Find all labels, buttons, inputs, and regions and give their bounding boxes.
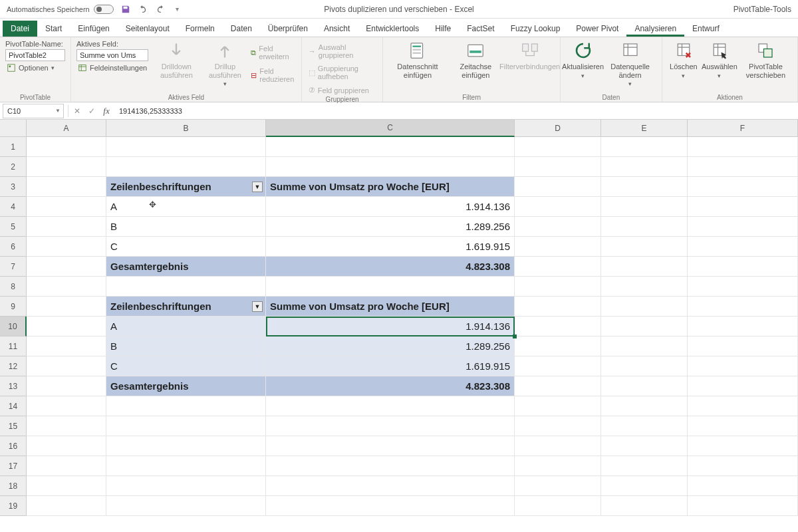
enter-icon[interactable]: ✓	[84, 104, 99, 118]
cell[interactable]	[601, 157, 688, 177]
cell[interactable]	[266, 137, 515, 157]
cell[interactable]	[601, 277, 688, 297]
insert-function-button[interactable]: fx	[99, 104, 114, 118]
cell[interactable]	[515, 257, 601, 277]
group-field-button[interactable]: ⑦ Feld gruppieren	[307, 85, 378, 95]
cell[interactable]	[106, 396, 266, 416]
select-all-cell[interactable]	[0, 120, 27, 137]
pivot-header-rowlabels[interactable]: Zeilenbeschriftungen▼	[106, 177, 266, 197]
cell[interactable]	[106, 476, 266, 496]
pivot-row-label[interactable]: A	[106, 317, 266, 336]
row-header[interactable]: 3	[0, 177, 27, 197]
row-header[interactable]: 4	[0, 197, 27, 217]
cell[interactable]	[266, 416, 515, 436]
pivot-row-label[interactable]: C	[106, 237, 266, 257]
cell[interactable]	[688, 396, 798, 416]
cell[interactable]	[515, 436, 601, 456]
cell[interactable]	[688, 297, 798, 317]
pivot-total-label[interactable]: Gesamtergebnis	[106, 257, 266, 277]
pivot-value-active[interactable]: 1.914.136	[266, 317, 515, 336]
cell[interactable]	[601, 336, 688, 356]
cell[interactable]	[27, 297, 106, 317]
cell[interactable]	[688, 257, 798, 277]
cell[interactable]	[515, 317, 601, 336]
fill-handle[interactable]	[513, 334, 517, 338]
cell[interactable]	[688, 137, 798, 157]
row-header[interactable]: 9	[0, 297, 27, 317]
row-header[interactable]: 16	[0, 436, 27, 456]
cell[interactable]	[106, 436, 266, 456]
row-header[interactable]: 5	[0, 217, 27, 237]
cell[interactable]	[601, 317, 688, 336]
tab-view[interactable]: Ansicht	[316, 21, 358, 37]
cell[interactable]	[688, 456, 798, 476]
cell[interactable]	[27, 376, 106, 396]
cell[interactable]	[515, 396, 601, 416]
pivot-header-values[interactable]: Summe von Umsatz pro Woche [EUR]	[266, 297, 515, 317]
cell[interactable]	[601, 396, 688, 416]
autosave-toggle[interactable]: Automatisches Speichern	[7, 5, 114, 14]
cell[interactable]	[688, 157, 798, 177]
cell[interactable]	[27, 416, 106, 436]
col-header-b[interactable]: B	[106, 120, 266, 137]
row-header[interactable]: 15	[0, 416, 27, 436]
move-pivot-button[interactable]: PivotTable verschieben	[739, 40, 792, 79]
row-header[interactable]: 11	[0, 336, 27, 356]
pivot-value[interactable]: 1.289.256	[266, 217, 515, 237]
cell[interactable]	[266, 277, 515, 297]
cell[interactable]	[266, 436, 515, 456]
change-source-button[interactable]: Datenquelle ändern ▾	[604, 40, 656, 88]
pivottable-options-button[interactable]: Optionen ▾	[5, 63, 65, 73]
cell[interactable]	[266, 157, 515, 177]
cancel-icon[interactable]: ✕	[70, 104, 84, 118]
cell[interactable]	[27, 336, 106, 356]
cell[interactable]	[266, 496, 515, 516]
field-settings-button[interactable]: Feldeinstellungen	[76, 63, 148, 73]
filter-dropdown-icon[interactable]: ▼	[252, 301, 263, 312]
ungroup-button[interactable]: ⬚ Gruppierung aufheben	[307, 64, 378, 81]
cell[interactable]	[515, 277, 601, 297]
cell[interactable]	[515, 376, 601, 396]
tab-developer[interactable]: Entwicklertools	[358, 21, 427, 37]
active-field-input[interactable]: Summe von Ums	[76, 49, 148, 61]
filter-connections-button[interactable]: Filterverbindungen	[505, 40, 554, 71]
cell[interactable]	[515, 237, 601, 257]
cell[interactable]	[27, 237, 106, 257]
filter-dropdown-icon[interactable]: ▼	[252, 182, 263, 192]
cell[interactable]	[106, 157, 266, 177]
cell[interactable]	[515, 137, 601, 157]
pivot-row-label[interactable]: A	[106, 197, 266, 217]
cell[interactable]	[27, 476, 106, 496]
cell[interactable]	[601, 436, 688, 456]
cell[interactable]	[601, 137, 688, 157]
cell[interactable]	[601, 356, 688, 376]
tab-fuzzylookup[interactable]: Fuzzy Lookup	[503, 21, 569, 37]
toggle-switch-icon[interactable]	[94, 5, 114, 14]
cell[interactable]	[601, 197, 688, 217]
cell[interactable]	[266, 396, 515, 416]
cell[interactable]	[688, 376, 798, 396]
tab-analyze[interactable]: Analysieren	[626, 21, 684, 37]
tab-data[interactable]: Daten	[223, 21, 260, 37]
cell[interactable]	[106, 277, 266, 297]
cell[interactable]	[688, 217, 798, 237]
pivot-total-label[interactable]: Gesamtergebnis	[106, 376, 266, 396]
cell[interactable]	[688, 476, 798, 496]
cell[interactable]	[515, 356, 601, 376]
row-header[interactable]: 1	[0, 137, 27, 157]
pivot-row-label[interactable]: B	[106, 336, 266, 356]
cell[interactable]	[27, 456, 106, 476]
cell[interactable]	[515, 197, 601, 217]
cell[interactable]	[688, 177, 798, 197]
cell[interactable]	[601, 257, 688, 277]
formula-input[interactable]: 1914136,25333333	[114, 107, 798, 115]
tab-file[interactable]: Datei	[3, 21, 37, 37]
cell[interactable]	[688, 237, 798, 257]
row-header[interactable]: 17	[0, 456, 27, 476]
cell[interactable]	[106, 456, 266, 476]
select-button[interactable]: Auswählen ▾	[704, 40, 735, 79]
tab-design[interactable]: Entwurf	[684, 21, 728, 37]
reduce-field-button[interactable]: ⊟ Feld reduzieren	[249, 66, 295, 84]
cell[interactable]	[27, 197, 106, 217]
cell[interactable]	[688, 317, 798, 336]
